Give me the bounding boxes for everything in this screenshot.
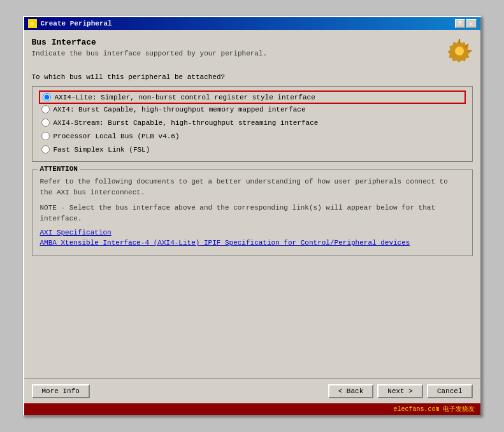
question-label: To which bus will this peripheral be att… — [32, 73, 473, 81]
radio-item-axi4lite[interactable]: AXI4-Lite: Simpler, non-burst control re… — [40, 92, 464, 103]
close-button[interactable]: ✕ — [466, 19, 477, 28]
title-bar: ⚙ Create Peripheral ? ✕ — [24, 17, 480, 30]
radio-item-axi4[interactable]: AXI4: Burst Capable, high-throughput mem… — [40, 103, 464, 116]
footer-left: More Info — [32, 384, 90, 398]
axi-spec-link[interactable]: AXI Specification — [40, 229, 464, 236]
radio-item-plb[interactable]: Processor Local Bus (PLB v4.6) — [40, 129, 464, 143]
radio-label-axi4[interactable]: AXI4: Burst Capable, high-throughput mem… — [54, 106, 306, 113]
main-window: ⚙ Create Peripheral ? ✕ Bus Interface In… — [23, 16, 482, 416]
attention-legend: ATTENTION — [38, 165, 80, 173]
page-title: Bus Interface — [32, 38, 268, 47]
radio-plb[interactable] — [41, 132, 50, 140]
title-bar-left: ⚙ Create Peripheral — [28, 19, 112, 28]
amba-spec-link[interactable]: AMBA Xtensible Interface-4 (AXI4-Lite) I… — [40, 239, 464, 247]
attention-group: ATTENTION Refer to the following documen… — [32, 169, 473, 256]
radio-label-plb[interactable]: Processor Local Bus (PLB v4.6) — [54, 133, 180, 140]
header-section: Bus Interface Indicate the bus interface… — [32, 38, 473, 64]
back-button[interactable]: < Back — [328, 384, 374, 398]
next-button[interactable]: Next > — [377, 384, 423, 398]
more-info-button[interactable]: More Info — [32, 384, 90, 398]
window-body: Bus Interface Indicate the bus interface… — [24, 30, 480, 373]
footer: More Info < Back Next > Cancel — [24, 378, 480, 403]
watermark-text: elecfans.com 电子发烧友 — [393, 405, 475, 414]
radio-axi4[interactable] — [41, 105, 50, 113]
help-button[interactable]: ? — [455, 19, 465, 28]
header-icon — [446, 38, 473, 64]
radio-axi4lite[interactable] — [43, 93, 51, 101]
watermark-bar: elecfans.com 电子发烧友 — [24, 403, 480, 415]
attention-text1: Refer to the following documents to get … — [40, 176, 464, 198]
svg-point-1 — [455, 47, 464, 55]
content-area — [32, 264, 473, 366]
radio-item-axi4stream[interactable]: AXI4-Stream: Burst Capable, high-through… — [40, 116, 464, 129]
page-subtitle: Indicate the bus interface supported by … — [32, 50, 268, 57]
attention-text2: NOTE - Select the bus interface above an… — [40, 203, 464, 224]
radio-group: AXI4-Lite: Simpler, non-burst control re… — [32, 86, 473, 162]
radio-axi4stream[interactable] — [41, 119, 50, 127]
radio-label-axi4lite[interactable]: AXI4-Lite: Simpler, non-burst control re… — [55, 94, 315, 101]
window-title: Create Peripheral — [41, 20, 112, 27]
radio-label-axi4stream[interactable]: AXI4-Stream: Burst Capable, high-through… — [54, 119, 319, 127]
footer-right: < Back Next > Cancel — [328, 384, 473, 398]
title-controls: ? ✕ — [455, 19, 477, 28]
radio-item-fsl[interactable]: Fast Simplex Link (FSL) — [40, 143, 464, 156]
cancel-button[interactable]: Cancel — [427, 384, 473, 398]
radio-label-fsl[interactable]: Fast Simplex Link (FSL) — [54, 146, 150, 154]
window-icon: ⚙ — [28, 19, 37, 28]
radio-fsl[interactable] — [41, 145, 50, 154]
header-text: Bus Interface Indicate the bus interface… — [32, 38, 268, 57]
